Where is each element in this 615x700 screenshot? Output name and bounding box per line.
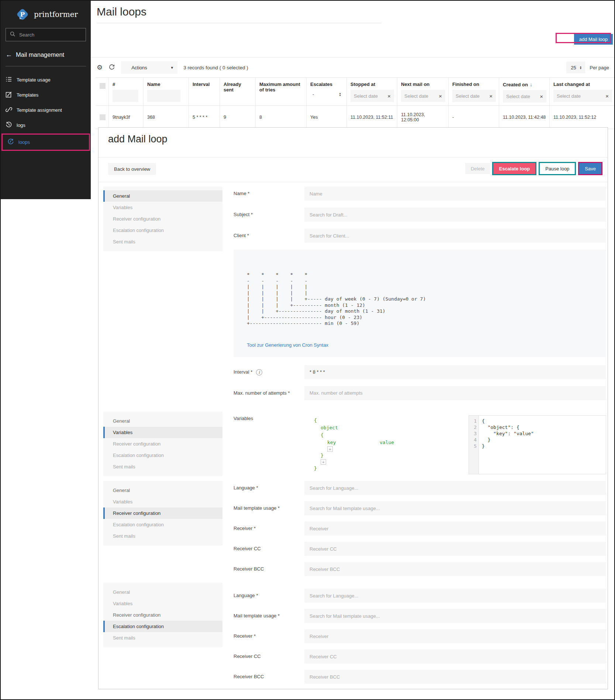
modal-nav-variables[interactable]: Variables <box>103 598 222 609</box>
history-clock-icon <box>6 121 12 129</box>
name-filter-input[interactable] <box>147 90 180 102</box>
receiver-field[interactable] <box>304 521 606 536</box>
modal-nav-sent-mails[interactable]: Sent mails <box>103 530 222 542</box>
back-arrow-icon[interactable]: ← <box>6 51 12 59</box>
tree-object-key[interactable]: object <box>314 424 469 432</box>
modal-nav-sent-mails[interactable]: Sent mails <box>103 461 222 472</box>
sidebar-search[interactable] <box>6 28 86 41</box>
modal-nav-receiver-config[interactable]: Receiver configuration <box>103 507 222 519</box>
add-mail-loop-button[interactable]: add Mail loop <box>574 34 613 45</box>
modal-nav-variables[interactable]: Variables <box>103 427 222 438</box>
client-field[interactable] <box>304 229 606 243</box>
cell-created-on[interactable]: 11.10.2023, 11:42:48 <box>499 106 550 129</box>
last-changed-date-filter[interactable]: Select date × <box>553 90 612 102</box>
escalation-receiver-cc-field[interactable] <box>304 649 606 663</box>
modal-nav-general[interactable]: General <box>103 485 222 496</box>
subject-field[interactable] <box>304 208 606 222</box>
modal-nav-sent-mails[interactable]: Sent mails <box>103 632 222 644</box>
sidebar-item-template-usage[interactable]: Template usage <box>1 72 91 87</box>
cell-escalates[interactable]: Yes <box>307 106 347 129</box>
cell-already-sent[interactable]: 9 <box>220 106 256 129</box>
pause-loop-button[interactable]: Pause loop <box>540 163 575 174</box>
tree-close-brace: } <box>314 465 469 472</box>
cell-finished-on[interactable]: - <box>449 106 499 129</box>
modal-nav-variables[interactable]: Variables <box>103 496 222 507</box>
modal-nav-receiver-config[interactable]: Receiver configuration <box>103 213 222 225</box>
mail-template-usage-label: Mail template usage * <box>234 609 304 623</box>
interval-field[interactable] <box>304 365 606 379</box>
modal-nav-receiver-config[interactable]: Receiver configuration <box>103 438 222 450</box>
modal-nav-receiver-config[interactable]: Receiver configuration <box>103 609 222 621</box>
info-icon[interactable]: i <box>256 369 262 375</box>
next-mail-date-filter[interactable]: Select date × <box>401 90 445 102</box>
search-icon <box>10 31 15 38</box>
cell-max-tries[interactable]: 8 <box>256 106 307 129</box>
escalation-mail-template-usage-field[interactable] <box>304 609 606 623</box>
tree-value[interactable]: value <box>380 439 394 446</box>
cell-stopped-at[interactable]: 11.10.2023, 11:52:11 <box>347 106 397 129</box>
tree-key[interactable]: key <box>327 439 380 446</box>
modal-nav-general[interactable]: General <box>103 415 222 427</box>
variables-label: Variables <box>234 412 304 474</box>
json-code[interactable]: { "object": { "key": "value" } } <box>479 416 534 474</box>
sidebar-item-loops[interactable]: loops <box>3 135 89 150</box>
search-input[interactable] <box>19 32 84 38</box>
list-icon <box>6 76 12 84</box>
add-object-button[interactable]: + <box>321 459 326 465</box>
actions-dropdown[interactable]: Actions ▾ <box>121 61 177 74</box>
name-field[interactable] <box>304 187 606 201</box>
modal-nav-sent-mails[interactable]: Sent mails <box>103 236 222 247</box>
sort-desc-icon[interactable]: ↓ <box>530 82 532 87</box>
edit-icon <box>6 91 12 99</box>
sidebar-item-logs[interactable]: logs <box>1 118 91 133</box>
id-filter-input[interactable] <box>113 90 138 102</box>
modal-nav-escalation-config[interactable]: Escalation configuration <box>103 450 222 461</box>
escalate-loop-button[interactable]: Escalate loop <box>493 163 535 174</box>
clear-icon[interactable]: × <box>387 93 391 99</box>
finished-on-date-filter[interactable]: Select date × <box>452 90 496 102</box>
modal-nav-escalation-config[interactable]: Escalation configuration <box>103 225 222 236</box>
refresh-icon[interactable] <box>108 64 115 72</box>
add-variable-button[interactable]: + <box>327 446 333 452</box>
cell-id[interactable]: 9tnayk3f <box>109 106 144 129</box>
modal-nav-variables[interactable]: Variables <box>103 202 222 213</box>
cell-name[interactable]: 368 <box>144 106 189 129</box>
save-button[interactable]: Save <box>579 163 601 174</box>
sidebar-item-templates[interactable]: Templates <box>1 87 91 103</box>
escalation-receiver-field[interactable] <box>304 629 606 643</box>
receiver-cc-field[interactable] <box>304 542 606 556</box>
row-checkbox-cell <box>96 106 109 129</box>
language-field[interactable] <box>304 481 606 495</box>
stopped-at-date-filter[interactable]: Select date × <box>350 90 394 102</box>
escalation-receiver-bcc-field[interactable] <box>304 670 606 684</box>
modal-nav-general[interactable]: General <box>103 190 222 202</box>
mail-template-usage-field[interactable] <box>304 501 606 515</box>
escalates-filter-select[interactable]: - ▲▼ <box>310 91 344 97</box>
clear-icon[interactable]: × <box>489 93 493 99</box>
cron-generator-link[interactable]: Tool zur Generierung von Cron Syntax <box>247 342 328 348</box>
per-page-select[interactable]: 25 ▲▼ <box>566 62 585 73</box>
max-attempts-field[interactable] <box>304 386 606 400</box>
clear-icon[interactable]: × <box>540 93 543 100</box>
cron-diagram: * * * * * - - - - - | | | | | | | | | | … <box>247 272 606 327</box>
modal-nav-escalation-config[interactable]: Escalation configuration <box>103 621 222 632</box>
modal-nav-general[interactable]: General <box>103 586 222 598</box>
sidebar-section-header[interactable]: ← Mail management <box>1 41 91 59</box>
created-on-date-filter[interactable]: Select date × <box>503 90 546 103</box>
modal-nav-escalation-config[interactable]: Escalation configuration <box>103 519 222 530</box>
escalation-language-field[interactable] <box>304 589 606 603</box>
add-mail-loop-modal: add Mail loop Back to overview Delete Es… <box>98 127 608 689</box>
cell-last-changed[interactable]: 11.10.2023, 11:52:12 <box>550 106 615 129</box>
gear-icon[interactable]: ⚙ <box>97 64 103 71</box>
cell-interval[interactable]: 5 * * * * <box>189 106 220 129</box>
line-numbers: 1 2 3 4 5 <box>469 416 479 474</box>
receiver-bcc-field[interactable] <box>304 562 606 576</box>
sidebar-item-template-assignment[interactable]: Template assignment <box>1 103 91 118</box>
name-label: Name * <box>234 187 304 201</box>
select-all-checkbox[interactable] <box>100 83 106 89</box>
clear-icon[interactable]: × <box>439 93 442 99</box>
clear-icon[interactable]: × <box>605 93 609 99</box>
back-to-overview-button[interactable]: Back to overview <box>108 163 156 175</box>
row-checkbox[interactable] <box>100 114 106 120</box>
delete-button[interactable]: Delete <box>465 163 490 174</box>
